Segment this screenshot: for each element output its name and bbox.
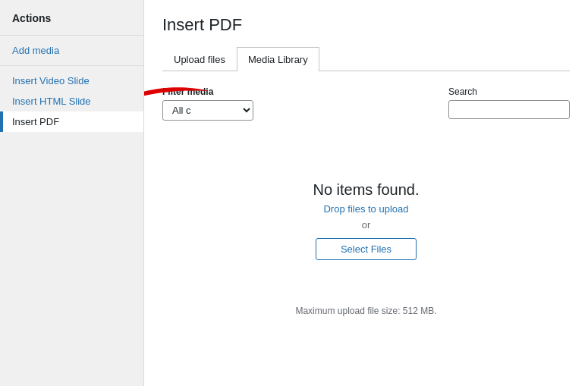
or-text: or xyxy=(362,219,371,231)
tabs-container: Upload files Media Library xyxy=(162,47,570,71)
filter-row: Filter media All c Images Audio Video Do… xyxy=(162,86,570,121)
page-title: Insert PDF xyxy=(162,15,570,35)
filter-select[interactable]: All c Images Audio Video Documents xyxy=(162,100,253,121)
empty-state: No items found. Drop files to upload or … xyxy=(162,136,570,331)
empty-title: No items found. xyxy=(313,181,419,199)
sidebar-item-insert-pdf[interactable]: Insert PDF xyxy=(0,111,143,132)
sidebar-item-insert-video-slide[interactable]: Insert Video Slide xyxy=(0,71,143,91)
tab-upload-files[interactable]: Upload files xyxy=(162,47,237,71)
drop-files-subtitle: Drop files to upload xyxy=(323,203,408,215)
sidebar-divider-2 xyxy=(0,65,143,66)
search-group: Search xyxy=(448,86,570,119)
sidebar-title: Actions xyxy=(0,9,143,30)
tab-media-library[interactable]: Media Library xyxy=(237,47,319,71)
sidebar-divider xyxy=(0,35,143,36)
filter-label: Filter media xyxy=(162,86,253,97)
filter-group: Filter media All c Images Audio Video Do… xyxy=(162,86,253,121)
sidebar-item-add-media[interactable]: Add media xyxy=(0,40,143,61)
max-upload-text: Maximum upload file size: 512 MB. xyxy=(295,306,436,316)
search-label: Search xyxy=(448,86,570,97)
sidebar-item-insert-html-slide[interactable]: Insert HTML Slide xyxy=(0,91,143,111)
search-input[interactable] xyxy=(448,100,570,119)
main-content: Insert PDF Upload files Media Library Fi… xyxy=(144,0,588,386)
select-files-button[interactable]: Select Files xyxy=(316,238,417,260)
sidebar: Actions Add media Insert Video Slide Ins… xyxy=(0,0,144,386)
